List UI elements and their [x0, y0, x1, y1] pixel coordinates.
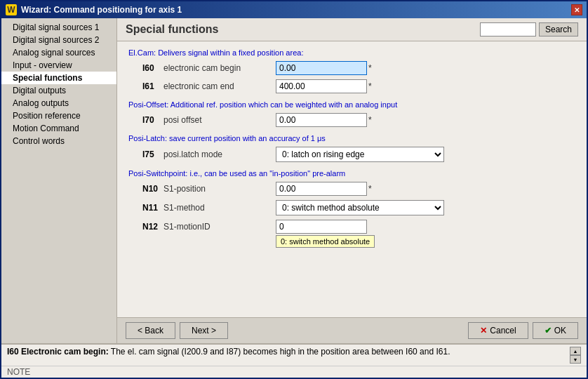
sidebar-item-motion-command[interactable]: Motion Command [1, 122, 116, 135]
sidebar-item-digital-outputs[interactable]: Digital outputs [1, 84, 116, 97]
status-content: The el. cam signal (I200.9 and I87) beco… [111, 347, 450, 357]
action-buttons: ✕ Cancel ✔ OK [468, 322, 578, 339]
scroll-down-button[interactable]: ▼ [570, 355, 581, 364]
field-code-n11: N11 [142, 203, 163, 213]
field-name-n12: S1-motionID [163, 222, 276, 232]
scroll-up-button[interactable]: ▲ [570, 347, 581, 355]
field-select-i75[interactable]: 0: latch on rising edge 1: latch on fall… [276, 147, 444, 162]
window-icon: W [6, 4, 17, 15]
field-row-i75: I75 posi.latch mode 0: latch on rising e… [128, 147, 575, 162]
field-code-n10: N10 [142, 184, 163, 194]
field-row-n11: N11 S1-method 0: switch method absolute … [128, 200, 575, 215]
posi-switch-section-title: Posi-Switchpoint: i.e., can be used as a… [128, 169, 575, 178]
field-input-n10[interactable] [276, 182, 367, 196]
field-code-n12: N12 [142, 222, 163, 232]
main-window: W Wizard: Command positioning for axis 1… [0, 0, 588, 379]
sidebar-item-analog-outputs[interactable]: Analog outputs [1, 97, 116, 109]
sidebar-item-input-overview[interactable]: Input - overview [1, 59, 116, 72]
window-title: Wizard: Command positioning for axis 1 [21, 5, 182, 15]
posi-offset-section-title: Posi-Offset: Additional ref. position wh… [128, 100, 575, 109]
field-name-i60: electronic cam begin [163, 63, 276, 73]
ok-check-icon: ✔ [544, 326, 552, 335]
sidebar-item-digital-sources-1[interactable]: Digital signal sources 1 [1, 21, 116, 34]
field-name-n11: S1-method [163, 203, 276, 213]
page-title: Special functions [126, 23, 218, 36]
status-bar: I60 Electronic cam begin: The el. cam si… [1, 343, 587, 366]
status-scrollbar: ▲ ▼ [570, 347, 581, 364]
field-asterisk-n10: * [368, 184, 372, 194]
field-code-i61: I61 [142, 81, 163, 91]
field-row-n12: N12 S1-motionID 0: switch method absolut… [128, 220, 575, 234]
field-code-i60: I60 [142, 63, 163, 73]
cancel-x-icon: ✕ [480, 326, 487, 335]
content-scroll: El.Cam: Delivers signal within a fixed p… [117, 41, 587, 317]
field-name-i75: posi.latch mode [163, 149, 276, 159]
posi-latch-section-title: Posi-Latch: save current position with a… [128, 134, 575, 142]
field-row-i61: I61 electronic cam end * [128, 79, 575, 93]
search-input[interactable] [480, 22, 536, 36]
sidebar: Digital signal sources 1 Digital signal … [1, 18, 117, 343]
field-select-n11[interactable]: 0: switch method absolute 1: switch meth… [276, 200, 444, 215]
field-row-i70: I70 posi offset * [128, 113, 575, 127]
next-button[interactable]: Next > [180, 322, 228, 339]
sidebar-item-position-reference[interactable]: Position reference [1, 109, 116, 122]
sidebar-item-digital-sources-2[interactable]: Digital signal sources 2 [1, 34, 116, 46]
main-content: Special functions Search El.Cam: Deliver… [117, 18, 587, 343]
field-input-n12[interactable] [276, 220, 367, 234]
sidebar-item-analog-sources[interactable]: Analog signal sources [1, 46, 116, 59]
field-name-i61: electronic cam end [163, 81, 276, 91]
nav-buttons: < Back Next > [126, 322, 228, 339]
field-input-i70[interactable] [276, 113, 367, 127]
status-bold: I60 Electronic cam begin: [7, 347, 109, 357]
sidebar-item-control-words[interactable]: Control words [1, 135, 116, 147]
status-text: I60 Electronic cam begin: The el. cam si… [7, 347, 570, 357]
n12-input-container: 0: switch method absolute [276, 220, 367, 234]
search-button[interactable]: Search [539, 22, 578, 36]
close-button[interactable]: ✕ [571, 4, 582, 15]
field-input-i60[interactable] [276, 61, 367, 75]
note-area: NOTE [1, 366, 587, 378]
search-area: Search [480, 22, 578, 36]
elcam-section-title: El.Cam: Delivers signal within a fixed p… [128, 48, 575, 57]
note-text: NOTE [7, 367, 30, 377]
bottom-bar: < Back Next > ✕ Cancel ✔ OK [117, 317, 587, 343]
title-bar: W Wizard: Command positioning for axis 1… [1, 1, 587, 18]
field-asterisk-i70: * [368, 115, 372, 125]
back-button[interactable]: < Back [126, 322, 175, 339]
field-name-n10: S1-position [163, 184, 276, 194]
field-asterisk-i61: * [368, 81, 372, 91]
field-code-i70: I70 [142, 115, 163, 125]
ok-button[interactable]: ✔ OK [533, 322, 578, 339]
field-row-n10: N10 S1-position * [128, 182, 575, 196]
field-row-i60: I60 electronic cam begin * [128, 61, 575, 75]
field-name-i70: posi offset [163, 115, 276, 125]
n12-tooltip: 0: switch method absolute [276, 235, 375, 248]
window-body: Digital signal sources 1 Digital signal … [1, 18, 587, 343]
content-header: Special functions Search [117, 18, 587, 41]
cancel-button[interactable]: ✕ Cancel [468, 322, 528, 339]
sidebar-item-special-functions[interactable]: Special functions [1, 72, 116, 84]
field-asterisk-i60: * [368, 63, 372, 73]
field-input-i61[interactable] [276, 79, 367, 93]
field-code-i75: I75 [142, 149, 163, 159]
